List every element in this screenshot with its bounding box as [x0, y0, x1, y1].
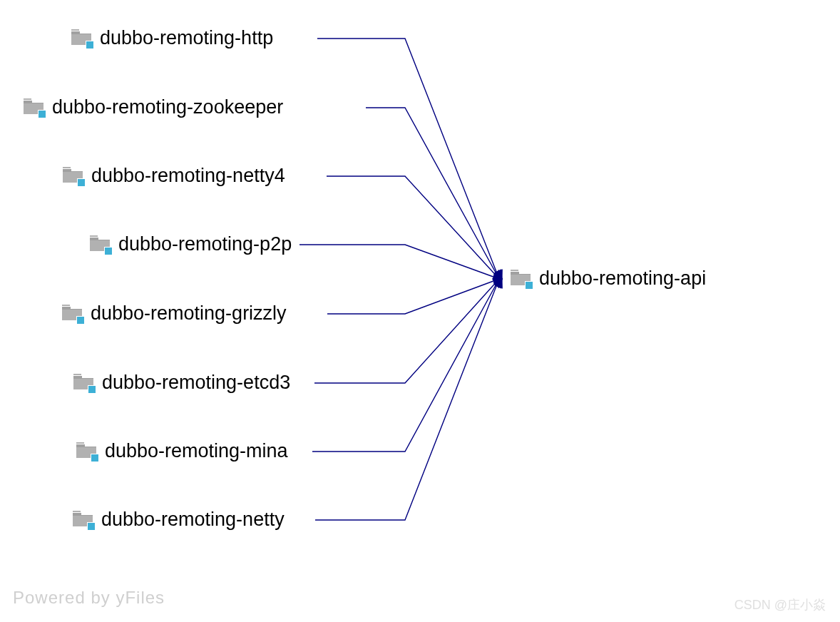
module-label: dubbo-remoting-netty4	[91, 165, 285, 187]
module-folder-icon	[63, 165, 87, 187]
dependency-edge	[366, 108, 499, 279]
module-label: dubbo-remoting-http	[100, 27, 273, 49]
module-label: dubbo-remoting-mina	[105, 440, 288, 462]
module-folder-icon	[90, 234, 114, 255]
module-label: dubbo-remoting-etcd3	[102, 372, 290, 394]
dependency-edge	[327, 176, 499, 279]
module-label: dubbo-remoting-netty	[101, 509, 285, 531]
module-node-zookeeper: dubbo-remoting-zookeeper	[24, 96, 283, 118]
module-label: dubbo-remoting-p2p	[118, 233, 292, 255]
module-badge-icon	[38, 110, 46, 118]
arrowhead-icon	[493, 275, 503, 285]
arrowhead-icon	[495, 270, 506, 280]
powered-by-label: Powered by yFiles	[13, 588, 165, 608]
dependency-edge	[327, 279, 499, 314]
module-node-netty: dubbo-remoting-netty	[73, 509, 285, 531]
module-node-netty4: dubbo-remoting-netty4	[63, 165, 285, 187]
module-node-api: dubbo-remoting-api	[511, 267, 706, 290]
module-folder-icon	[73, 509, 97, 531]
module-node-http: dubbo-remoting-http	[71, 27, 273, 49]
module-node-grizzly: dubbo-remoting-grizzly	[62, 302, 287, 325]
module-label: dubbo-remoting-zookeeper	[52, 96, 283, 118]
module-folder-icon	[62, 303, 86, 325]
dependency-edge	[299, 245, 499, 279]
module-folder-icon	[24, 97, 48, 118]
dependency-edge	[317, 39, 499, 279]
module-badge-icon	[86, 41, 94, 49]
module-badge-icon	[525, 281, 533, 290]
module-badge-icon	[104, 247, 113, 255]
arrowhead-icon	[496, 277, 506, 288]
module-folder-icon	[71, 28, 96, 49]
arrowhead-icon	[493, 272, 503, 282]
module-label: dubbo-remoting-grizzly	[91, 302, 287, 325]
module-folder-icon	[73, 372, 98, 394]
dependency-edge	[315, 279, 499, 520]
module-label: dubbo-remoting-api	[539, 267, 706, 290]
module-badge-icon	[88, 385, 96, 394]
arrowhead-icon	[496, 270, 506, 280]
module-badge-icon	[76, 316, 85, 325]
module-badge-icon	[91, 454, 99, 462]
module-node-etcd3: dubbo-remoting-etcd3	[73, 372, 290, 394]
watermark-label: CSDN @庄小焱	[734, 596, 826, 613]
module-node-p2p: dubbo-remoting-p2p	[90, 233, 292, 255]
module-badge-icon	[77, 178, 86, 187]
module-node-mina: dubbo-remoting-mina	[76, 440, 288, 462]
module-badge-icon	[87, 522, 96, 531]
arrowhead-icon	[493, 270, 504, 282]
module-folder-icon	[511, 268, 535, 290]
dependency-edge	[314, 279, 499, 383]
arrowhead-icon	[495, 277, 506, 288]
arrowhead-icon	[493, 277, 504, 288]
module-folder-icon	[76, 441, 101, 462]
dependency-edge	[312, 279, 499, 452]
